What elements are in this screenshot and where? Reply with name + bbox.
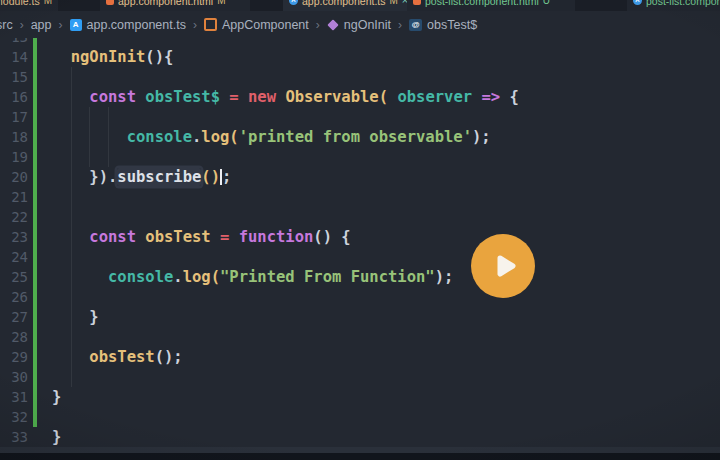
line-number: 33 — [0, 427, 28, 447]
git-gutter-added-bar — [33, 38, 37, 427]
code-text: const obsTest$ = new Observable( observe… — [52, 87, 519, 107]
code-text: } — [52, 427, 61, 447]
line-number: 23 — [0, 227, 28, 247]
breadcrumb: src›app›Aapp.component.ts›AppComponent›n… — [0, 11, 716, 38]
code-text: } — [52, 387, 61, 407]
breadcrumb-item-ngOnInit[interactable]: ngOnInit — [327, 18, 391, 32]
tab-bar: .module.tsMapp.component.htmlMAapp.compo… — [0, 0, 720, 11]
line-number: 29 — [0, 347, 28, 367]
code-line-27[interactable]: 27 } — [0, 307, 720, 327]
line-number: 24 — [0, 247, 28, 267]
tab-app-component-ts[interactable]: Aapp.component.tsM× — [283, 0, 407, 11]
window-bottom-strip — [0, 453, 720, 460]
code-line-16[interactable]: 16 const obsTest$ = new Observable( obse… — [0, 87, 720, 107]
breadcrumb-item-AppComponent[interactable]: AppComponent — [204, 18, 309, 32]
tab-post-list-component-ts[interactable]: Apost-list.component.ts — [627, 0, 720, 11]
line-number: 28 — [0, 327, 28, 347]
breadcrumb-label: ngOnInit — [344, 18, 391, 32]
git-status-badge: U — [543, 0, 550, 6]
line-number: 13 — [0, 38, 28, 47]
breadcrumb-label: obsTest$ — [427, 18, 477, 32]
line-number: 31 — [0, 387, 28, 407]
code-line-28[interactable]: 28 — [0, 327, 720, 347]
breadcrumb-label: app — [31, 18, 52, 32]
line-number: 18 — [0, 127, 28, 147]
breadcrumb-item-app-component-ts[interactable]: Aapp.component.ts — [70, 18, 186, 32]
code-line-14[interactable]: 14 ngOnInit(){ — [0, 47, 720, 67]
code-text: }).subscribe(); — [52, 167, 231, 187]
git-status-badge: M — [389, 0, 397, 6]
tab-app-component-html[interactable]: app.component.htmlM — [100, 0, 250, 11]
code-line-13[interactable]: 13 — [0, 38, 720, 47]
chevron-right-icon: › — [59, 18, 63, 32]
line-number: 21 — [0, 187, 28, 207]
line-number: 25 — [0, 267, 28, 287]
field-icon: @ — [409, 19, 422, 31]
indent-guide — [108, 107, 109, 167]
code-content: 1314 ngOnInit(){1516 const obsTest$ = ne… — [0, 38, 720, 447]
html-file-icon — [413, 0, 421, 5]
code-text: console.log("Printed From Function"); — [52, 267, 453, 287]
code-line-31[interactable]: 31} — [0, 387, 720, 407]
breadcrumb-item-app[interactable]: app — [31, 18, 52, 32]
html-file-icon — [106, 0, 114, 5]
line-number: 30 — [0, 367, 28, 387]
code-editor[interactable]: 1314 ngOnInit(){1516 const obsTest$ = ne… — [0, 38, 720, 447]
line-number: 26 — [0, 287, 28, 307]
code-line-24[interactable]: 24 — [0, 247, 720, 267]
tab-label: app.component.html — [118, 0, 213, 7]
breadcrumb-item-src[interactable]: src — [0, 18, 13, 32]
tab--module-ts[interactable]: .module.tsM — [0, 0, 58, 11]
code-text: console.log('printed from observable'); — [52, 127, 491, 147]
line-number: 27 — [0, 307, 28, 327]
code-line-25[interactable]: 25 console.log("Printed From Function"); — [0, 267, 720, 287]
chevron-right-icon: › — [316, 18, 320, 32]
tab-label: post-list.component.html — [425, 0, 539, 7]
chevron-right-icon: › — [193, 18, 197, 32]
code-line-32[interactable]: 32 — [0, 407, 720, 427]
code-line-22[interactable]: 22 — [0, 207, 720, 227]
code-line-20[interactable]: 20 }).subscribe(); — [0, 167, 720, 187]
code-text: ngOnInit(){ — [52, 47, 173, 67]
line-number: 19 — [0, 147, 28, 167]
indent-guide — [71, 67, 72, 387]
code-text: const obsTest = function() { — [52, 227, 351, 247]
breadcrumb-label: AppComponent — [222, 18, 309, 32]
tab-label: .module.ts — [0, 0, 40, 7]
git-status-badge: M — [44, 0, 52, 6]
angular-file-icon: A — [289, 0, 298, 5]
tab-label: app.component.ts — [302, 0, 385, 7]
class-icon — [204, 18, 217, 31]
angular-file-icon: A — [633, 0, 642, 5]
code-line-23[interactable]: 23 const obsTest = function() { — [0, 227, 720, 247]
chevron-right-icon: › — [20, 18, 24, 32]
line-number: 22 — [0, 207, 28, 227]
line-number: 14 — [0, 47, 28, 67]
breadcrumb-label: src — [0, 18, 13, 32]
play-icon — [490, 251, 520, 281]
git-status-badge: M — [217, 0, 225, 6]
line-number: 17 — [0, 107, 28, 127]
tab-post-list-component-html[interactable]: post-list.component.htmlU — [407, 0, 575, 11]
tab-label: post-list.component.ts — [646, 0, 720, 7]
breadcrumb-item-obsTest-[interactable]: @obsTest$ — [409, 18, 477, 32]
method-icon — [327, 19, 338, 30]
code-line-30[interactable]: 30 — [0, 367, 720, 387]
code-line-26[interactable]: 26 — [0, 287, 720, 307]
code-line-29[interactable]: 29 obsTest(); — [0, 347, 720, 367]
breadcrumb-label: app.component.ts — [87, 18, 186, 32]
line-number: 20 — [0, 167, 28, 187]
indent-guide — [89, 107, 90, 167]
angular-icon: A — [70, 19, 82, 31]
play-button[interactable] — [471, 234, 535, 298]
code-text: } — [52, 307, 99, 327]
chevron-right-icon: › — [398, 18, 402, 32]
vscode-window: .module.tsMapp.component.htmlMAapp.compo… — [0, 0, 720, 460]
line-number: 15 — [0, 67, 28, 87]
code-line-21[interactable]: 21 — [0, 187, 720, 207]
line-number: 32 — [0, 407, 28, 427]
code-line-15[interactable]: 15 — [0, 67, 720, 87]
code-line-33[interactable]: 33} — [0, 427, 720, 447]
line-number: 16 — [0, 87, 28, 107]
